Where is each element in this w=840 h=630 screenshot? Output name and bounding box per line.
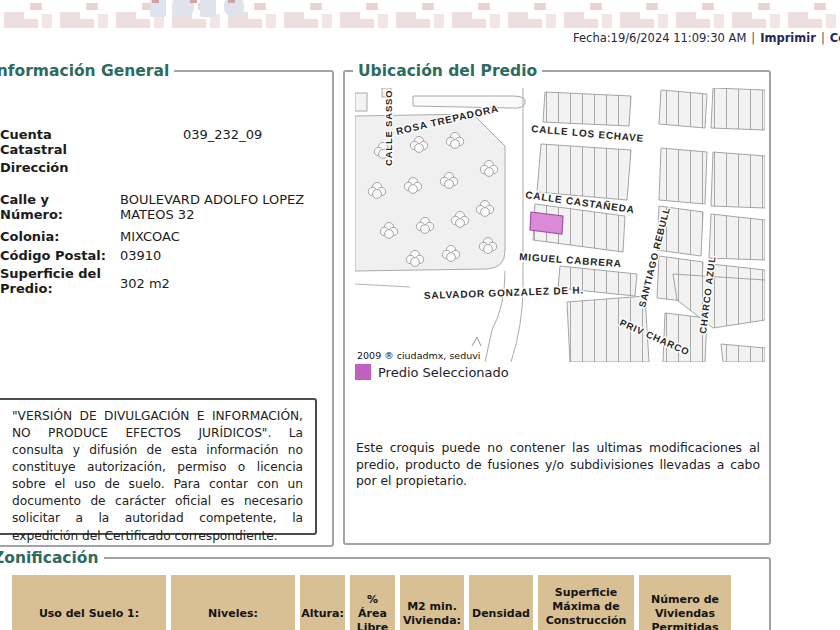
zoning-table-header: Uso del Suelo 1: Niveles: Altura: % Área… (12, 575, 731, 630)
general-info-title: Información General (0, 62, 174, 80)
field-value: BOULEVARD ADOLFO LOPEZ MATEOS 32 (120, 192, 315, 223)
field-value: 302 m2 (120, 276, 315, 291)
map-note-text: Este croquis puede no contener las ultim… (356, 440, 760, 488)
header-watermark-pattern (0, 0, 840, 28)
field-label: Calle y Número: (0, 192, 112, 223)
field-label: Dirección (0, 160, 112, 175)
separator: | (751, 31, 755, 45)
close-link[interactable]: Cerrar (830, 31, 840, 45)
separator: | (821, 31, 825, 45)
map-copyright: 2009 ® ciudadmx, seduvi (357, 350, 481, 361)
street-label: CALLE SASSO (383, 90, 394, 166)
zoning-col-area-libre: % Área Libre (350, 575, 395, 630)
field-label: Cuenta Catastral (0, 127, 112, 158)
field-value: 03910 (120, 248, 315, 263)
zoning-title: Zonificación (0, 549, 104, 567)
field-label: Código Postal: (0, 248, 112, 263)
field-label: Superficie del Predio: (0, 266, 112, 297)
zoning-col-uso-del-suelo: Uso del Suelo 1: (12, 575, 166, 630)
field-value: 039_232_09 (183, 127, 323, 142)
map-note: Este croquis puede no contener las ultim… (356, 440, 760, 490)
legal-disclaimer-box: "VERSIÓN DE DIVULGACIÓN E INFORMACIÓN, N… (0, 398, 317, 535)
print-link[interactable]: Imprimir (760, 31, 816, 45)
date-action-bar: Fecha:19/6/2024 11:09:30 AM|Imprimir|Cer… (573, 31, 840, 45)
field-value: MIXCOAC (120, 229, 315, 244)
selected-parcel-swatch (355, 364, 371, 380)
zoning-col-niveles: Niveles: (171, 575, 295, 630)
zoning-col-altura: Altura: (300, 575, 345, 630)
zoning-col-densidad: Densidad (469, 575, 533, 630)
legal-disclaimer-text: "VERSIÓN DE DIVULGACIÓN E INFORMACIÓN, N… (12, 409, 303, 543)
location-title: Ubicación del Predio (353, 62, 542, 80)
zoning-col-m2-min-vivienda: M2 min. Vivienda: (400, 575, 464, 630)
predio-map: CALLE SASSO ROSA TREPADORA CALLE LOS ECH… (355, 88, 765, 362)
zoning-col-numero-viviendas: Número de Viviendas Permitidas (639, 575, 731, 630)
map-legend: Predio Seleccionado (355, 364, 509, 380)
field-label: Colonia: (0, 229, 112, 244)
map-legend-label: Predio Seleccionado (378, 365, 509, 380)
selected-parcel (530, 212, 563, 234)
zoning-col-superficie-maxima: Superficie Máxima de Construcción (Sujet… (538, 575, 634, 630)
date-label: Fecha:19/6/2024 11:09:30 AM (573, 31, 746, 45)
